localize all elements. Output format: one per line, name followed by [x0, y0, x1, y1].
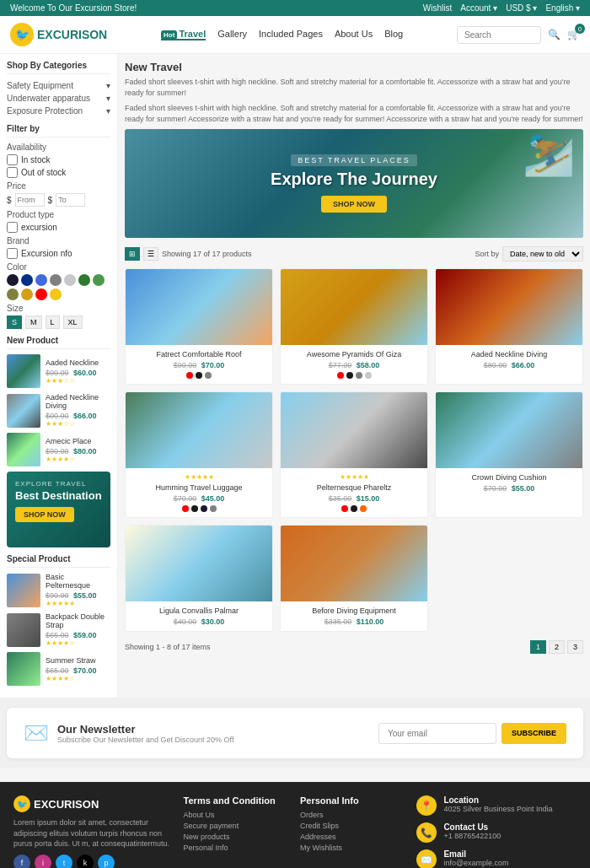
color-option[interactable] — [210, 505, 217, 512]
main-nav: HotTravel Gallery Included Pages About U… — [161, 29, 403, 40]
color-option[interactable] — [346, 372, 353, 379]
instagram-icon[interactable]: i — [35, 855, 51, 868]
product-card-5: ★★★★★ Pelternesque Phareltz $35.00 $15.0… — [280, 391, 428, 518]
color-option[interactable] — [186, 372, 193, 379]
nav-travel[interactable]: HotTravel — [161, 29, 206, 40]
color-option[interactable] — [201, 505, 207, 512]
price-to-input[interactable] — [56, 193, 85, 207]
product-type-checkbox[interactable] — [7, 222, 18, 233]
product-3-name: Aaded Neckline Diving — [441, 350, 577, 359]
in-stock-filter[interactable]: In stock — [7, 154, 110, 165]
out-of-stock-checkbox[interactable] — [7, 167, 18, 178]
size-m[interactable]: M — [25, 315, 42, 329]
hero-shop-now-button[interactable]: SHOP NOW — [321, 196, 387, 213]
brand-checkbox[interactable] — [7, 248, 18, 259]
explore-shop-now-button[interactable]: SHOP NOW — [15, 507, 74, 522]
brand-filter[interactable]: Excursion nfo — [7, 248, 110, 259]
account-menu[interactable]: Account ▾ — [460, 3, 497, 13]
color-option[interactable] — [93, 274, 105, 286]
product-card-7: Ligula Convallis Palmar $40.00 $30.00 — [125, 525, 273, 632]
color-option[interactable] — [205, 372, 212, 379]
sort-select[interactable]: Date, new to old — [502, 246, 583, 261]
size-s[interactable]: S — [7, 315, 22, 329]
category-exposure[interactable]: Exposure Protection▾ — [7, 105, 110, 117]
page-2-button[interactable]: 2 — [549, 640, 565, 654]
list-view-button[interactable]: ☰ — [143, 247, 158, 261]
product-card-3: Aaded Neckline Diving $80.00 $66.00 — [435, 268, 583, 385]
skier-decoration: ⛷️ — [523, 129, 575, 178]
new-product-1-name: Aaded Neckline — [46, 359, 99, 367]
product-card-2: Awesome Pyramids Of Giza $77.00 $58.00 — [280, 268, 428, 385]
page-3-button[interactable]: 3 — [567, 640, 583, 654]
color-option[interactable] — [351, 505, 357, 512]
page-buttons: 1 2 3 — [530, 640, 583, 654]
color-option[interactable] — [337, 372, 344, 379]
color-option[interactable] — [50, 288, 62, 300]
pagination-showing: Showing 1 - 8 of 17 items — [125, 643, 211, 651]
product-card-3-img — [436, 269, 582, 345]
color-option[interactable] — [191, 505, 198, 512]
color-option[interactable] — [7, 288, 19, 300]
location-icon: 📍 — [416, 795, 437, 816]
color-option[interactable] — [365, 372, 372, 379]
page-1-button[interactable]: 1 — [530, 640, 546, 654]
color-option[interactable] — [35, 274, 47, 286]
language-selector[interactable]: English ▾ — [545, 3, 580, 13]
tiktok-icon[interactable]: k — [77, 855, 94, 868]
product-1-price: $90.00 $70.00 — [131, 361, 267, 369]
search-icon[interactable]: 🔍 — [548, 29, 560, 40]
footer-link-about[interactable]: About Us — [184, 811, 290, 819]
newsletter-subtitle: Subscribe Our Newsletter and Get Discoun… — [57, 736, 370, 744]
footer-link-orders[interactable]: Orders — [300, 811, 406, 819]
currency-selector[interactable]: USD $ ▾ — [506, 3, 537, 13]
color-option[interactable] — [21, 274, 33, 286]
grid-view-button[interactable]: ⊞ — [125, 247, 140, 261]
size-l[interactable]: L — [46, 315, 60, 329]
color-option[interactable] — [35, 288, 47, 300]
footer-link-new-products[interactable]: New products — [184, 833, 290, 841]
color-option[interactable] — [50, 274, 62, 286]
new-product-2-price: $00.00 $66.00 — [46, 412, 110, 420]
color-option[interactable] — [7, 274, 19, 286]
newsletter-text: Our Newsletter Subscribe Our Newsletter … — [57, 723, 370, 744]
footer-link-personal[interactable]: Personal Info — [184, 844, 290, 852]
footer-link-payment[interactable]: Secure payment — [184, 822, 290, 830]
product-2-price: $77.00 $58.00 — [286, 361, 422, 369]
color-option[interactable] — [356, 372, 362, 379]
cart-icon-wrapper[interactable]: 🛒0 — [567, 29, 580, 40]
in-stock-checkbox[interactable] — [7, 154, 18, 165]
product-type-filter[interactable]: excursion — [7, 222, 110, 233]
nav-about[interactable]: About Us — [335, 29, 373, 40]
site-logo[interactable]: 🐦 EXCURISON — [10, 23, 107, 46]
footer-link-credit[interactable]: Credit Slips — [300, 822, 406, 830]
newsletter-email-input[interactable] — [378, 723, 496, 744]
special-product-1: Basic Pelternesque $90.00 $55.00 ★★★★★ — [7, 573, 110, 607]
price-from-input[interactable] — [15, 193, 45, 207]
wishlist-link[interactable]: Wishlist — [423, 3, 452, 13]
color-option[interactable] — [360, 505, 367, 512]
size-filter: S M L XL — [7, 315, 110, 329]
color-option[interactable] — [78, 274, 90, 286]
footer-link-wishlists[interactable]: My Wishlists — [300, 844, 406, 852]
new-product-1-img — [7, 354, 40, 388]
nav-blog[interactable]: Blog — [384, 29, 403, 40]
category-safety[interactable]: Safety Equipment▾ — [7, 79, 110, 92]
color-option[interactable] — [21, 288, 33, 300]
footer-logo: 🐦 EXCURISON — [13, 795, 174, 812]
size-xl[interactable]: XL — [63, 315, 83, 329]
pinterest-icon[interactable]: p — [98, 855, 115, 868]
category-underwater[interactable]: Underwater apparatus▾ — [7, 92, 110, 105]
nav-gallery[interactable]: Gallery — [217, 29, 247, 40]
out-of-stock-filter[interactable]: Out of stock — [7, 167, 110, 178]
nav-included[interactable]: Included Pages — [259, 29, 323, 40]
footer-link-addresses[interactable]: Addresses — [300, 833, 406, 841]
color-option[interactable] — [64, 274, 76, 286]
twitter-icon[interactable]: t — [56, 855, 72, 868]
color-option[interactable] — [182, 505, 189, 512]
color-option[interactable] — [196, 372, 202, 379]
newsletter-subscribe-button[interactable]: SUBSCRIBE — [502, 723, 566, 744]
color-option[interactable] — [341, 505, 348, 512]
search-input[interactable] — [457, 26, 541, 44]
facebook-icon[interactable]: f — [13, 855, 30, 868]
product-2-name: Awesome Pyramids Of Giza — [286, 350, 422, 359]
